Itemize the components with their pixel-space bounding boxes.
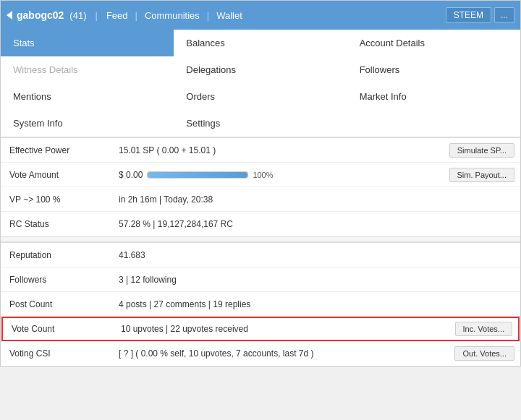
nav-feed[interactable]: Feed [101, 10, 134, 21]
label-rc-status: RC Status [1, 215, 113, 233]
label-reputation: Reputation [1, 246, 113, 265]
label-post-count: Post Count [1, 295, 113, 314]
action-vp [433, 197, 520, 202]
nav-item-mentions[interactable]: Mentions [1, 83, 174, 110]
nav-item-witness-details: Witness Details [1, 56, 174, 83]
stats-section-2: Reputation 41.683 Followers 3 | 12 follo… [1, 242, 520, 366]
nav-item-followers[interactable]: Followers [347, 56, 520, 83]
action-followers [433, 277, 520, 283]
row-followers: Followers 3 | 12 following [1, 267, 520, 292]
nav-item-balances[interactable]: Balances [174, 30, 347, 56]
row-post-count: Post Count 4 posts | 27 comments | 19 re… [1, 292, 520, 317]
vote-progress-bar-fill [148, 172, 247, 178]
action-rc-status [433, 221, 520, 227]
sep1: | [95, 10, 97, 21]
nav-item-stats[interactable]: Stats [1, 30, 174, 56]
nav-item-orders[interactable]: Orders [174, 83, 347, 110]
nav-item-empty [347, 110, 520, 137]
action-voting-csi: Out. Votes... [433, 343, 520, 364]
row-vote-count: Vote Count 10 upvotes | 22 upvotes recei… [1, 317, 520, 341]
value-rc-status: 57.28 % | 19,127,284,167 RC [113, 215, 433, 233]
vote-progress-bar-container [147, 171, 248, 179]
label-followers: Followers [1, 270, 113, 289]
more-options-button[interactable]: ... [494, 7, 514, 23]
label-vote-amount: Vote Amount [1, 166, 113, 184]
nav-wallet[interactable]: Wallet [211, 10, 248, 21]
top-bar: gabogc02 (41) | Feed | Communities | Wal… [1, 1, 520, 30]
row-rc-status: RC Status 57.28 % | 19,127,284,167 RC [1, 212, 520, 236]
value-vote-count: 10 upvotes | 22 upvotes received [115, 320, 431, 338]
value-vp: in 2h 16m | Today, 20:38 [113, 190, 433, 209]
value-followers: 3 | 12 following [113, 270, 433, 289]
top-bar-right: STEEM ... [446, 7, 514, 23]
action-effective-power: Simulate SP... [433, 140, 520, 160]
row-effective-power: Effective Power 15.01 SP ( 0.00 + 15.01 … [1, 138, 520, 163]
label-voting-csi: Voting CSI [1, 344, 113, 363]
value-voting-csi: [ ? ] ( 0.00 % self, 10 upvotes, 7 accou… [113, 344, 433, 363]
row-vote-amount: Vote Amount $ 0.00 100% Sim. Payout... [1, 163, 520, 187]
action-vote-count: Inc. Votes... [431, 319, 518, 339]
nav-menu: Stats Balances Account Details Witness D… [1, 30, 520, 137]
row-vp: VP ~> 100 % in 2h 16m | Today, 20:38 [1, 187, 520, 212]
label-vp: VP ~> 100 % [1, 190, 113, 209]
nav-item-market-info[interactable]: Market Info [347, 83, 520, 110]
sim-payout-button[interactable]: Sim. Payout... [449, 168, 514, 182]
nav-communities[interactable]: Communities [139, 10, 206, 21]
sep2: | [135, 10, 137, 21]
username: gabogc02 [17, 9, 64, 21]
action-reputation [433, 252, 520, 258]
value-post-count: 4 posts | 27 comments | 19 replies [113, 295, 433, 314]
steem-button[interactable]: STEEM [446, 7, 491, 23]
dropdown-icon[interactable] [7, 11, 12, 20]
simulate-sp-button[interactable]: Simulate SP... [449, 143, 514, 158]
value-effective-power: 15.01 SP ( 0.00 + 15.01 ) [113, 141, 433, 160]
label-vote-count: Vote Count [3, 320, 115, 338]
out-votes-button[interactable]: Out. Votes... [454, 346, 514, 361]
row-reputation: Reputation 41.683 [1, 243, 520, 267]
inc-votes-button[interactable]: Inc. Votes... [455, 322, 512, 336]
stats-section-1: Effective Power 15.01 SP ( 0.00 + 15.01 … [1, 137, 520, 236]
value-vote-amount: $ 0.00 100% [113, 166, 433, 184]
nav-item-delegations[interactable]: Delegations [174, 56, 347, 83]
nav-item-account-details[interactable]: Account Details [347, 30, 520, 56]
nav-item-system-info[interactable]: System Info [1, 110, 174, 137]
nav-item-settings[interactable]: Settings [174, 110, 347, 137]
user-level: (41) [69, 10, 86, 21]
sep3: | [207, 10, 209, 21]
action-vote-amount: Sim. Payout... [433, 165, 520, 185]
row-voting-csi: Voting CSI [ ? ] ( 0.00 % self, 10 upvot… [1, 341, 520, 366]
value-reputation: 41.683 [113, 246, 433, 265]
action-post-count [433, 301, 520, 307]
label-effective-power: Effective Power [1, 141, 113, 160]
section-separator-1 [1, 236, 520, 242]
vote-percent-label: 100% [253, 171, 273, 179]
vote-amount-prefix: $ 0.00 [119, 170, 143, 180]
